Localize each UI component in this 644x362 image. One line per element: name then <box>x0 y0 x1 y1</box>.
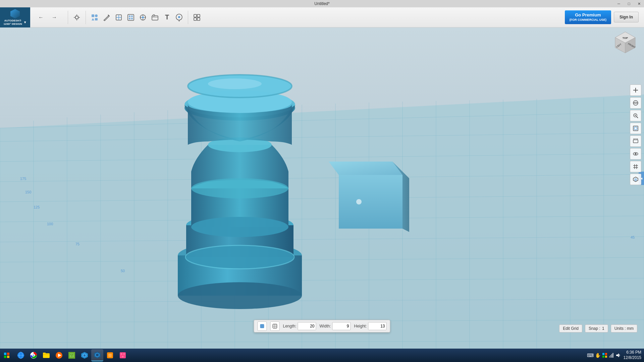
svg-text:45: 45 <box>631 235 635 239</box>
svg-rect-127 <box>7 353 9 355</box>
svg-rect-14 <box>131 18 133 19</box>
width-field-group: Width: <box>320 322 351 330</box>
network-icon <box>609 353 614 358</box>
svg-text:TOP: TOP <box>623 37 628 40</box>
minimize-button[interactable]: ─ <box>614 0 624 7</box>
toolbar-separator-1 <box>68 11 68 24</box>
orbit-tool[interactable] <box>630 97 641 109</box>
svg-point-137 <box>33 355 34 356</box>
surface-mode-icon[interactable] <box>270 321 279 331</box>
clock: 6:36 PM 12/8/2015 <box>624 350 641 360</box>
settings-tool[interactable] <box>191 11 203 23</box>
logo-text: AUTODESK® 123D° DESIGN <box>3 19 22 25</box>
material-tool[interactable] <box>630 174 641 185</box>
taskbar-chrome-icon[interactable] <box>28 349 40 361</box>
width-label: Width: <box>320 324 331 328</box>
svg-rect-122 <box>260 324 264 328</box>
text-tool[interactable]: T <box>161 11 173 23</box>
svg-point-68 <box>178 282 302 309</box>
title-bar: Untitled* ─ □ ✕ <box>0 0 644 7</box>
svg-point-24 <box>178 16 180 18</box>
right-tools-panel <box>630 84 641 185</box>
construct-tool[interactable] <box>113 11 125 23</box>
svg-text:50: 50 <box>121 269 125 273</box>
date-display: 12/8/2015 <box>624 355 641 361</box>
svg-rect-11 <box>129 15 130 17</box>
redo-button[interactable]: → <box>49 12 60 23</box>
modify-tool[interactable] <box>125 11 137 23</box>
svg-marker-32 <box>0 95 644 349</box>
svg-rect-109 <box>634 127 637 130</box>
view-cube[interactable]: TOP LEFT FRONT <box>612 30 639 57</box>
grid-display-tool[interactable] <box>630 161 641 172</box>
sketch-tool[interactable] <box>101 11 113 23</box>
svg-point-75 <box>191 217 288 237</box>
svg-rect-164 <box>610 355 611 358</box>
snap-label: Snap : <box>589 326 600 331</box>
close-button[interactable]: ✕ <box>634 0 644 7</box>
svg-point-82 <box>208 78 262 89</box>
maximize-button[interactable]: □ <box>624 0 634 7</box>
taskbar-media-icon[interactable] <box>53 349 65 361</box>
taskbar-123d-icon[interactable] <box>91 349 103 361</box>
pattern-tool[interactable] <box>137 11 149 23</box>
taskbar-explorer-icon[interactable] <box>40 349 52 361</box>
svg-text:75: 75 <box>75 242 79 246</box>
dimension-panel: Length: Width: Height: <box>254 320 390 333</box>
taskbar-browser-icon[interactable] <box>15 349 27 361</box>
svg-marker-121 <box>634 178 637 181</box>
taskbar-app3-icon[interactable] <box>104 349 116 361</box>
svg-rect-165 <box>611 354 612 358</box>
svg-line-105 <box>637 117 638 118</box>
svg-marker-84 <box>329 162 402 175</box>
snap-value: 1 <box>602 326 604 331</box>
group-tool[interactable] <box>149 11 161 23</box>
svg-point-158 <box>122 356 123 357</box>
taskbar-paint-icon[interactable] <box>117 349 129 361</box>
go-premium-button[interactable]: Go Premium (FOR COMMERCIAL USE) <box>565 10 611 24</box>
app-logo[interactable]: AUTODESK® 123D° DESIGN ▼ <box>0 7 30 27</box>
svg-text:150: 150 <box>25 190 31 194</box>
toolbar: AUTODESK® 123D° DESIGN ▼ ← → <box>0 7 644 27</box>
svg-rect-108 <box>633 126 638 131</box>
sign-in-button[interactable]: Sign In <box>614 12 639 22</box>
svg-point-6 <box>95 14 98 17</box>
taskbar-minecraft-icon[interactable] <box>66 349 78 361</box>
height-input[interactable] <box>368 322 387 330</box>
zoom-extents-tool[interactable] <box>630 123 641 134</box>
svg-rect-162 <box>605 356 607 358</box>
3d-scene: 175 150 125 100 75 50 45 <box>0 27 644 349</box>
svg-rect-138 <box>43 353 50 358</box>
svg-rect-13 <box>129 18 130 19</box>
length-input[interactable] <box>298 322 316 330</box>
width-input[interactable] <box>332 322 351 330</box>
taskbar-app1-icon[interactable] <box>78 349 91 361</box>
start-button[interactable] <box>0 349 13 362</box>
viewport[interactable]: 175 150 125 100 75 50 45 TOP LEFT FRONT <box>0 27 644 349</box>
zoom-fit-tool[interactable] <box>630 84 641 96</box>
touch-icon: ✋ <box>595 353 601 358</box>
snap-tool[interactable] <box>173 11 185 23</box>
primitives-tool[interactable] <box>89 11 101 23</box>
visibility-tool[interactable] <box>630 148 641 160</box>
time-display: 6:36 PM <box>624 350 641 355</box>
perspective-tool[interactable] <box>630 135 641 147</box>
windows-icon <box>602 353 607 358</box>
svg-rect-10 <box>128 14 134 20</box>
svg-rect-110 <box>633 140 638 143</box>
svg-rect-159 <box>602 353 604 355</box>
logo-dropdown-icon[interactable]: ▼ <box>23 20 27 24</box>
transform-tool[interactable] <box>71 11 83 23</box>
svg-rect-21 <box>152 16 158 20</box>
undo-button[interactable]: ← <box>36 12 46 23</box>
solid-mode-icon[interactable] <box>257 321 267 331</box>
svg-marker-85 <box>339 175 402 229</box>
zoom-tool[interactable] <box>630 110 641 121</box>
svg-text:100: 100 <box>47 222 53 226</box>
premium-area: Go Premium (FOR COMMERCIAL USE) Sign In <box>565 10 644 24</box>
length-field-group: Length: <box>283 322 316 330</box>
svg-marker-167 <box>616 353 619 357</box>
svg-rect-160 <box>605 353 607 355</box>
svg-rect-166 <box>612 353 613 358</box>
edit-grid-button[interactable]: Edit Grid <box>559 324 582 333</box>
